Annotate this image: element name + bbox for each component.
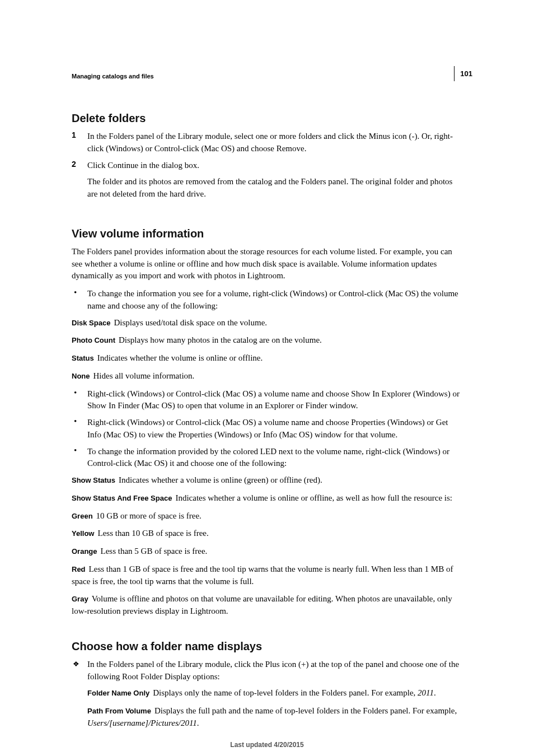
definition-text: Volume is offline and photos on that vol… [72, 594, 452, 615]
example-path: 2011 [418, 688, 434, 697]
step-marker: 1 [72, 130, 87, 155]
definition-item: RedLess than 1 GB of space is free and t… [72, 563, 462, 588]
definition-text: Less than 10 GB of space is free. [97, 529, 208, 538]
definition-item: Folder Name OnlyDisplays only the name o… [87, 687, 462, 699]
definition-term: Show Status [72, 476, 115, 484]
definition-term: None [72, 372, 90, 380]
definition-text-pre: Displays only the name of top-level fold… [153, 688, 418, 697]
step-text: In the Folders panel of the Library modu… [87, 130, 462, 155]
definition-term: Path From Volume [87, 707, 151, 715]
footer-updated: Last updated 4/20/2015 [0, 741, 534, 749]
bullet-marker: • [72, 388, 87, 413]
step-marker: 2 [72, 160, 87, 200]
bullet-marker: • [72, 288, 87, 312]
definition-item: Disk SpaceDisplays used/total disk space… [72, 317, 462, 329]
bullet-text: Right-click (Windows) or Control-click (… [87, 388, 462, 413]
definition-text: Less than 5 GB of space is free. [101, 547, 208, 556]
definition-text-post: . [197, 718, 199, 727]
definition-text: Indicates whether the volume is online o… [97, 353, 263, 362]
bullet-marker: • [72, 446, 87, 470]
step-text-line: Click Continue in the dialog box. [87, 161, 199, 170]
definition-term: Orange [72, 547, 97, 556]
definition-term: Green [72, 512, 93, 520]
diamond-marker: ❖ [72, 659, 87, 683]
bullet-item: • To change the information you see for … [72, 288, 462, 312]
bullet-marker: • [72, 417, 87, 441]
definition-text: Hides all volume information. [93, 371, 195, 380]
bullet-text: Right-click (Windows) or Control-click (… [87, 417, 462, 441]
heading-delete-folders: Delete folders [72, 112, 462, 125]
definition-term: Yellow [72, 529, 94, 538]
bullet-item: • Right-click (Windows) or Control-click… [72, 417, 462, 441]
definition-term: Show Status And Free Space [72, 494, 172, 502]
definition-term: Gray [72, 595, 88, 603]
running-header: Managing catalogs and files [72, 73, 462, 80]
definition-item: OrangeLess than 5 GB of space is free. [72, 545, 462, 558]
definition-item: YellowLess than 10 GB of space is free. [72, 528, 462, 540]
bullet-item: • To change the information provided by … [72, 446, 462, 470]
definition-item: Photo CountDisplays how many photos in t… [72, 334, 462, 347]
definition-text: Displays how many photos in the catalog … [119, 335, 322, 344]
intro-paragraph: The Folders panel provides information a… [72, 246, 462, 282]
heading-folder-name-display: Choose how a folder name displays [72, 640, 462, 653]
step-subtext: The folder and its photos are removed fr… [87, 176, 462, 200]
instruction-item: ❖ In the Folders panel of the Library mo… [72, 659, 462, 683]
bullet-text: To change the information you see for a … [87, 288, 462, 312]
definition-term: Photo Count [72, 336, 115, 344]
definition-text: Indicates whether a volume is online (gr… [119, 475, 322, 484]
definition-item: Path From VolumeDisplays the full path a… [87, 705, 462, 730]
definition-item: Green10 GB or more of space is free. [72, 510, 462, 522]
definition-item: Show Status And Free SpaceIndicates whet… [72, 492, 462, 505]
bullet-text: To change the information provided by th… [87, 446, 462, 470]
definition-text-pre: Displays the full path and the name of t… [154, 706, 457, 715]
step-text: Click Continue in the dialog box. The fo… [87, 160, 462, 200]
instruction-text: In the Folders panel of the Library modu… [87, 659, 462, 683]
step-1: 1 In the Folders panel of the Library mo… [72, 130, 462, 155]
definition-term: Red [72, 565, 86, 573]
definition-text: Less than 1 GB of space is free and the … [72, 564, 453, 586]
bullet-item: • Right-click (Windows) or Control-click… [72, 388, 462, 413]
definition-text: Displays used/total disk space on the vo… [114, 318, 267, 327]
definition-item: StatusIndicates whether the volume is on… [72, 352, 462, 365]
page-number: 101 [454, 66, 472, 81]
definition-term: Status [72, 354, 94, 362]
definition-item: GrayVolume is offline and photos on that… [72, 593, 462, 618]
example-path: Users/[username]/Pictures/2011 [87, 718, 197, 727]
step-2: 2 Click Continue in the dialog box. The … [72, 160, 462, 200]
definition-item: NoneHides all volume information. [72, 370, 462, 382]
heading-view-volume: View volume information [72, 227, 462, 240]
definition-text: Indicates whether a volume is online or … [175, 493, 452, 502]
document-page: 101 Managing catalogs and files Delete f… [0, 0, 534, 756]
definition-text-post: . [434, 688, 436, 697]
definition-term: Disk Space [72, 319, 110, 327]
definition-text: 10 GB or more of space is free. [96, 511, 202, 520]
definition-item: Show StatusIndicates whether a volume is… [72, 474, 462, 487]
definition-term: Folder Name Only [87, 689, 149, 697]
